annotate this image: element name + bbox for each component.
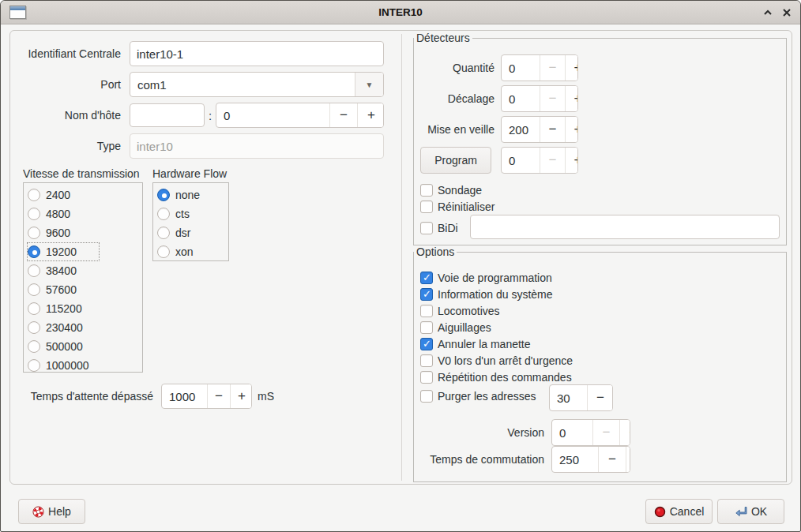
- commutation-decrement-button[interactable]: −: [598, 447, 626, 472]
- radio-baud-230400[interactable]: 230400: [28, 319, 83, 336]
- commutation-label: Temps de commutation: [412, 453, 544, 466]
- locomotives-checkbox[interactable]: Locomotives: [420, 304, 500, 317]
- host-input[interactable]: [130, 103, 205, 127]
- checkbox-icon: [420, 200, 433, 213]
- radio-icon: [28, 189, 40, 201]
- reinitialiser-checkbox[interactable]: Réinitialiser: [420, 200, 495, 213]
- radio-flow-dsr[interactable]: dsr: [157, 224, 190, 242]
- decalage-decrement-button[interactable]: −: [540, 86, 565, 111]
- radio-baud-2400[interactable]: 2400: [28, 186, 70, 204]
- decalage-increment-button[interactable]: +: [565, 86, 578, 111]
- information-systeme-checkbox[interactable]: Information du système: [420, 287, 553, 301]
- shade-icon[interactable]: [761, 6, 775, 20]
- dialog-window: INTER10 Identifiant Centrale Port com1 ▼…: [0, 0, 801, 532]
- timeout-decrement-button[interactable]: −: [207, 384, 230, 408]
- radio-flow-cts[interactable]: cts: [157, 205, 190, 223]
- decalage-label: Décalage: [396, 92, 495, 106]
- commutation-increment-button[interactable]: +: [626, 447, 630, 472]
- timeout-spinner[interactable]: 1000 − +: [161, 384, 252, 409]
- checkbox-icon: [420, 321, 433, 334]
- version-value: 0: [552, 420, 592, 445]
- decalage-spinner[interactable]: 0 − +: [501, 85, 578, 112]
- version-decrement-button[interactable]: −: [592, 420, 619, 445]
- radio-selected-icon: [28, 245, 40, 258]
- help-button[interactable]: Help: [18, 499, 85, 524]
- voie-programmation-checkbox[interactable]: Voie de programmation: [420, 271, 552, 284]
- program-decrement-button[interactable]: −: [540, 148, 565, 173]
- checkbox-icon: [420, 354, 433, 367]
- chevron-down-icon[interactable]: ▼: [355, 73, 383, 96]
- purger-adresses-checkbox[interactable]: Purger les adresses: [420, 389, 536, 403]
- bidi-checkbox[interactable]: BiDi: [420, 221, 458, 234]
- port-combobox[interactable]: com1 ▼: [130, 72, 384, 97]
- identifiant-input[interactable]: [130, 41, 384, 66]
- commutation-spinner[interactable]: 250 − +: [551, 446, 630, 473]
- checkbox-label: V0 lors d'un arrêt d'urgence: [438, 354, 573, 367]
- radio-flow-xon[interactable]: xon: [157, 243, 194, 260]
- options-frame-title: Options: [414, 245, 457, 259]
- radio-label: 500000: [46, 340, 83, 353]
- checkbox-icon: [420, 222, 433, 234]
- radio-baud-4800[interactable]: 4800: [28, 205, 70, 223]
- help-button-label: Help: [48, 505, 71, 518]
- ok-button[interactable]: OK: [717, 499, 784, 524]
- version-increment-button[interactable]: +: [619, 420, 630, 445]
- sondage-checkbox[interactable]: Sondage: [420, 183, 482, 197]
- program-increment-button[interactable]: +: [565, 148, 578, 173]
- purger-decrement-button[interactable]: −: [587, 385, 613, 410]
- radio-baud-38400[interactable]: 38400: [28, 262, 77, 279]
- quantite-decrement-button[interactable]: −: [540, 55, 565, 81]
- radio-icon: [157, 227, 170, 239]
- radio-baud-9600[interactable]: 9600: [28, 224, 70, 242]
- version-spinner[interactable]: 0 − +: [551, 419, 630, 446]
- type-input: [130, 133, 384, 159]
- radio-baud-1000000[interactable]: 1000000: [28, 357, 89, 374]
- checkbox-label: Aiguillages: [438, 321, 491, 334]
- host-port-increment-button[interactable]: +: [357, 103, 384, 127]
- checkbox-label: Réinitialiser: [438, 200, 495, 213]
- host-port-decrement-button[interactable]: −: [329, 103, 357, 127]
- veille-spinner[interactable]: 200 − +: [501, 116, 578, 143]
- radio-icon: [28, 264, 40, 277]
- veille-label: Mise en veille: [396, 123, 495, 137]
- aiguillages-checkbox[interactable]: Aiguillages: [420, 320, 491, 334]
- checkbox-label: Voie de programmation: [438, 272, 552, 284]
- radio-flow-none[interactable]: none: [157, 186, 200, 204]
- window-title: INTER10: [1, 6, 800, 18]
- checkbox-icon: [420, 305, 433, 317]
- version-label: Version: [412, 426, 544, 440]
- radio-icon: [28, 321, 40, 334]
- close-icon[interactable]: [780, 6, 794, 20]
- radio-baud-500000[interactable]: 500000: [28, 338, 83, 355]
- annuler-manette-checkbox[interactable]: Annuler la manette: [420, 337, 531, 350]
- quantite-increment-button[interactable]: +: [565, 55, 578, 81]
- cancel-button[interactable]: Cancel: [645, 499, 713, 524]
- timeout-increment-button[interactable]: +: [230, 384, 252, 408]
- radio-label: xon: [175, 245, 194, 258]
- port-combobox-value: com1: [130, 73, 355, 96]
- radio-label: 4800: [46, 208, 70, 220]
- quantite-spinner[interactable]: 0 − +: [501, 54, 578, 81]
- timeout-value: 1000: [162, 384, 207, 408]
- repetition-commandes-checkbox[interactable]: Répétition des commandes: [420, 370, 572, 384]
- program-value: 0: [502, 148, 540, 173]
- timeout-label: Temps d'attente dépassé: [17, 390, 153, 403]
- program-button[interactable]: Program: [420, 147, 491, 174]
- radio-baud-19200[interactable]: 19200: [28, 243, 99, 260]
- program-spinner[interactable]: 0 − +: [501, 147, 578, 174]
- veille-decrement-button[interactable]: −: [540, 117, 565, 142]
- bidi-input[interactable]: [470, 215, 780, 239]
- veille-value: 200: [502, 117, 540, 142]
- veille-increment-button[interactable]: +: [565, 117, 578, 142]
- radio-label: cts: [175, 208, 190, 220]
- v0-arret-urgence-checkbox[interactable]: V0 lors d'un arrêt d'urgence: [420, 354, 573, 367]
- checkbox-label: Information du système: [438, 288, 553, 301]
- radio-baud-115200[interactable]: 115200: [28, 300, 82, 317]
- host-port-spinner[interactable]: 0 − +: [216, 103, 384, 128]
- type-label: Type: [9, 140, 121, 153]
- purger-spinner[interactable]: 30 −: [549, 384, 613, 411]
- radio-selected-icon: [157, 189, 170, 201]
- identifiant-label: Identifiant Centrale: [9, 47, 121, 61]
- radio-baud-57600[interactable]: 57600: [28, 281, 77, 298]
- title-bar[interactable]: INTER10: [1, 1, 800, 24]
